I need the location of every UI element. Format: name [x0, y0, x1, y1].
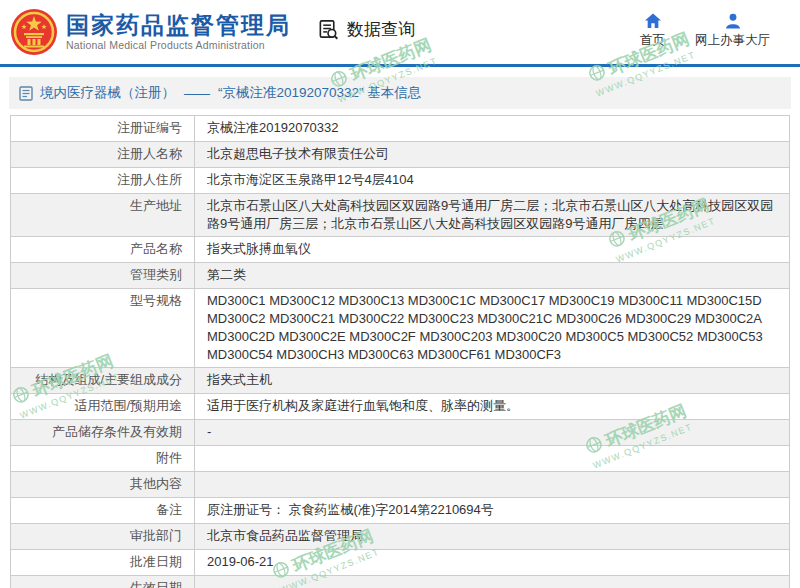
nav-service-hall-label: 网上办事大厅 [695, 32, 770, 49]
row-value: 北京市食品药品监督管理局 [195, 524, 789, 549]
breadcrumb-current: “京械注准20192070332” 基本信息 [218, 84, 421, 102]
row-label-text: 产品储存条件及有效期 [52, 424, 182, 439]
row-label: 备注 [11, 498, 195, 523]
table-row: 型号规格MD300C1 MD300C12 MD300C13 MD300C1C M… [11, 289, 789, 368]
national-emblem-logo [10, 8, 58, 56]
table-row: 生产地址北京市石景山区八大处高科技园区双园路9号通用厂房二层；北京市石景山区八大… [11, 194, 789, 237]
data-query-label: 数据查询 [347, 18, 415, 41]
table-row: 审批部门北京市食品药品监督管理局 [11, 524, 789, 550]
row-label: 附件 [11, 446, 195, 471]
row-label-text: 附件 [156, 450, 182, 465]
row-label: 产品储存条件及有效期 [11, 420, 195, 445]
site-header: 国家药品监督管理局 National Medical Products Admi… [0, 0, 800, 64]
row-label-text: 生效日期 [130, 580, 182, 588]
row-label: 注册人住所 [11, 168, 195, 193]
row-label-text: 注册证编号 [117, 120, 182, 135]
row-label-text: 审批部门 [130, 528, 182, 543]
info-table: 注册证编号京械注准20192070332注册人名称北京超思电子技术有限责任公司注… [10, 115, 790, 588]
row-label: 其他内容 [11, 472, 195, 497]
row-label-text: 注册人住所 [117, 172, 182, 187]
row-label: 生效日期 [11, 576, 195, 588]
row-value [195, 446, 789, 471]
nav-home[interactable]: 首页 [640, 13, 665, 49]
row-value: 适用于医疗机构及家庭进行血氧饱和度、脉率的测量。 [195, 394, 789, 419]
row-label: 型号规格 [11, 289, 195, 367]
row-label-text: 适用范围/预期用途 [74, 398, 182, 413]
table-row: 附件 [11, 446, 789, 472]
table-row: 注册人住所北京市海淀区玉泉路甲12号4层4104 [11, 168, 789, 194]
row-label: 审批部门 [11, 524, 195, 549]
row-label: 结构及组成/主要组成成分 [11, 368, 195, 393]
row-label-text: 注册人名称 [117, 146, 182, 161]
table-row: 结构及组成/主要组成成分指夹式主机 [11, 368, 789, 394]
row-value: 指夹式主机 [195, 368, 789, 393]
row-value: 原注册证号： 京食药监械(准)字2014第2210694号 [195, 498, 789, 523]
site-title: 国家药品监督管理局 [66, 13, 291, 37]
row-value [195, 576, 789, 588]
row-label-text: 生产地址 [130, 198, 182, 213]
document-icon [19, 86, 33, 101]
table-row: 产品名称指夹式脉搏血氧仪 [11, 237, 789, 263]
top-nav: 首页 网上办事大厅 [640, 13, 786, 49]
row-label-text: 批准日期 [130, 554, 182, 569]
data-query-tab[interactable]: 数据查询 [317, 18, 415, 41]
nav-service-hall[interactable]: 网上办事大厅 [695, 13, 770, 49]
row-label: 注册证编号 [11, 116, 195, 141]
row-value: 京械注准20192070332 [195, 116, 789, 141]
row-label: 批准日期 [11, 550, 195, 575]
document-search-icon [317, 18, 340, 41]
row-label-text: 管理类别 [130, 267, 182, 282]
row-label-text: 型号规格 [130, 293, 182, 308]
table-row: 其他内容 [11, 472, 789, 498]
row-label-text: 产品名称 [130, 241, 182, 256]
table-row: 产品储存条件及有效期- [11, 420, 789, 446]
row-value: 第二类 [195, 263, 789, 288]
table-row: 备注原注册证号： 京食药监械(准)字2014第2210694号 [11, 498, 789, 524]
row-value [195, 472, 789, 497]
row-value: - [195, 420, 789, 445]
row-value: 指夹式脉搏血氧仪 [195, 237, 789, 262]
table-row: 注册证编号京械注准20192070332 [11, 116, 789, 142]
row-label: 管理类别 [11, 263, 195, 288]
user-icon [724, 13, 742, 29]
table-row: 生效日期 [11, 576, 789, 588]
row-value: 北京市海淀区玉泉路甲12号4层4104 [195, 168, 789, 193]
row-label: 注册人名称 [11, 142, 195, 167]
nav-home-label: 首页 [640, 32, 665, 49]
site-subtitle: National Medical Products Administration [66, 39, 291, 51]
table-row: 注册人名称北京超思电子技术有限责任公司 [11, 142, 789, 168]
row-label: 生产地址 [11, 194, 195, 236]
table-row: 管理类别第二类 [11, 263, 789, 289]
breadcrumb: 境内医疗器械（注册） —— “京械注准20192070332” 基本信息 [9, 77, 791, 109]
row-label: 产品名称 [11, 237, 195, 262]
table-row: 适用范围/预期用途适用于医疗机构及家庭进行血氧饱和度、脉率的测量。 [11, 394, 789, 420]
breadcrumb-category: 境内医疗器械（注册） [40, 84, 175, 102]
row-value: 2019-06-21 [195, 550, 789, 575]
row-value: 北京超思电子技术有限责任公司 [195, 142, 789, 167]
site-titles: 国家药品监督管理局 National Medical Products Admi… [66, 13, 291, 51]
row-label-text: 其他内容 [130, 476, 182, 491]
row-value: 北京市石景山区八大处高科技园区双园路9号通用厂房二层；北京市石景山区八大处高科技… [195, 194, 789, 236]
row-value: MD300C1 MD300C12 MD300C13 MD300C1C MD300… [195, 289, 789, 367]
header-divider [0, 64, 800, 67]
logo-area: 国家药品监督管理局 National Medical Products Admi… [10, 8, 291, 56]
row-label-text: 结构及组成/主要组成成分 [35, 372, 182, 387]
row-label: 适用范围/预期用途 [11, 394, 195, 419]
breadcrumb-separator: —— [184, 86, 209, 101]
table-row: 批准日期2019-06-21 [11, 550, 789, 576]
home-icon [644, 13, 662, 29]
row-label-text: 备注 [156, 502, 182, 517]
